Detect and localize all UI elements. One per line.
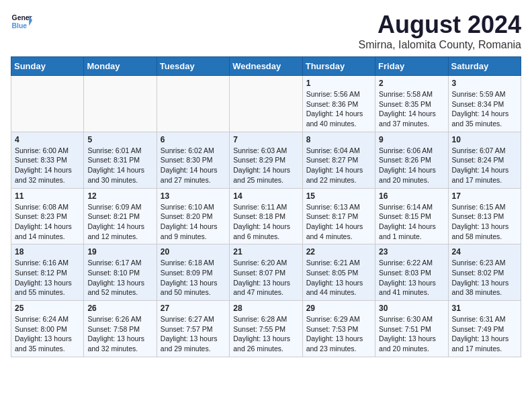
day-number: 30 <box>379 304 444 313</box>
day-number: 27 <box>161 304 226 313</box>
calendar-cell: 1Sunrise: 5:56 AM Sunset: 8:36 PM Daylig… <box>302 76 375 132</box>
weekday-header-saturday: Saturday <box>448 57 521 76</box>
calendar-table: SundayMondayTuesdayWednesdayThursdayFrid… <box>11 56 521 357</box>
month-year: August 2024 <box>359 11 521 39</box>
cell-content: Sunrise: 6:27 AM Sunset: 7:57 PM Dayligh… <box>161 314 226 354</box>
day-number: 2 <box>379 79 444 88</box>
cell-content: Sunrise: 6:21 AM Sunset: 8:05 PM Dayligh… <box>306 258 371 298</box>
weekday-header-thursday: Thursday <box>302 57 375 76</box>
calendar-cell: 28Sunrise: 6:28 AM Sunset: 7:55 PM Dayli… <box>230 301 302 357</box>
day-number: 26 <box>87 304 152 313</box>
logo: General Blue <box>11 11 32 32</box>
calendar-cell: 19Sunrise: 6:17 AM Sunset: 8:10 PM Dayli… <box>84 244 157 301</box>
cell-content: Sunrise: 6:24 AM Sunset: 8:00 PM Dayligh… <box>15 314 80 354</box>
cell-content: Sunrise: 6:00 AM Sunset: 8:33 PM Dayligh… <box>15 146 80 185</box>
weekday-header-friday: Friday <box>375 57 448 76</box>
calendar-cell: 27Sunrise: 6:27 AM Sunset: 7:57 PM Dayli… <box>157 301 229 357</box>
day-number: 25 <box>15 304 80 313</box>
calendar-cell: 17Sunrise: 6:15 AM Sunset: 8:13 PM Dayli… <box>448 188 521 244</box>
day-number: 18 <box>15 247 80 257</box>
calendar-cell: 7Sunrise: 6:03 AM Sunset: 8:29 PM Daylig… <box>230 132 302 188</box>
day-number: 11 <box>15 191 80 201</box>
day-number: 22 <box>306 247 371 257</box>
day-number: 19 <box>87 247 152 257</box>
calendar-cell: 30Sunrise: 6:30 AM Sunset: 7:51 PM Dayli… <box>375 301 448 357</box>
calendar-cell: 13Sunrise: 6:10 AM Sunset: 8:20 PM Dayli… <box>157 188 229 244</box>
day-number: 17 <box>452 191 517 201</box>
cell-content: Sunrise: 6:20 AM Sunset: 8:07 PM Dayligh… <box>233 258 298 298</box>
logo-icon: General Blue <box>11 11 32 32</box>
day-number: 12 <box>87 191 152 201</box>
calendar-cell: 20Sunrise: 6:18 AM Sunset: 8:09 PM Dayli… <box>157 244 229 301</box>
cell-content: Sunrise: 6:08 AM Sunset: 8:23 PM Dayligh… <box>15 202 80 242</box>
calendar-cell: 10Sunrise: 6:07 AM Sunset: 8:24 PM Dayli… <box>448 132 521 188</box>
cell-content: Sunrise: 6:23 AM Sunset: 8:02 PM Dayligh… <box>452 258 517 298</box>
day-number: 1 <box>306 79 371 88</box>
calendar-cell: 29Sunrise: 6:29 AM Sunset: 7:53 PM Dayli… <box>302 301 375 357</box>
weekday-header-tuesday: Tuesday <box>157 57 229 76</box>
cell-content: Sunrise: 6:22 AM Sunset: 8:03 PM Dayligh… <box>379 258 444 298</box>
cell-content: Sunrise: 6:28 AM Sunset: 7:55 PM Dayligh… <box>233 314 298 354</box>
day-number: 20 <box>161 247 226 257</box>
calendar-cell: 4Sunrise: 6:00 AM Sunset: 8:33 PM Daylig… <box>11 132 84 188</box>
calendar-cell <box>84 76 157 132</box>
calendar-cell: 31Sunrise: 6:31 AM Sunset: 7:49 PM Dayli… <box>448 301 521 357</box>
header: General Blue August 2024 Smirna, Ialomit… <box>11 11 521 51</box>
calendar-cell: 12Sunrise: 6:09 AM Sunset: 8:21 PM Dayli… <box>84 188 157 244</box>
day-number: 8 <box>306 135 371 144</box>
day-number: 28 <box>233 304 298 313</box>
cell-content: Sunrise: 6:02 AM Sunset: 8:30 PM Dayligh… <box>161 146 226 185</box>
calendar-cell: 21Sunrise: 6:20 AM Sunset: 8:07 PM Dayli… <box>230 244 302 301</box>
calendar-cell: 2Sunrise: 5:58 AM Sunset: 8:35 PM Daylig… <box>375 76 448 132</box>
calendar-cell: 8Sunrise: 6:04 AM Sunset: 8:27 PM Daylig… <box>302 132 375 188</box>
day-number: 9 <box>379 135 444 144</box>
calendar-cell: 5Sunrise: 6:01 AM Sunset: 8:31 PM Daylig… <box>84 132 157 188</box>
calendar-cell: 16Sunrise: 6:14 AM Sunset: 8:15 PM Dayli… <box>375 188 448 244</box>
calendar-cell: 11Sunrise: 6:08 AM Sunset: 8:23 PM Dayli… <box>11 188 84 244</box>
cell-content: Sunrise: 6:26 AM Sunset: 7:58 PM Dayligh… <box>87 314 152 354</box>
cell-content: Sunrise: 6:31 AM Sunset: 7:49 PM Dayligh… <box>452 314 517 354</box>
cell-content: Sunrise: 6:18 AM Sunset: 8:09 PM Dayligh… <box>161 258 226 298</box>
day-number: 31 <box>452 304 517 313</box>
cell-content: Sunrise: 6:14 AM Sunset: 8:15 PM Dayligh… <box>379 202 444 242</box>
cell-content: Sunrise: 6:15 AM Sunset: 8:13 PM Dayligh… <box>452 202 517 242</box>
cell-content: Sunrise: 6:13 AM Sunset: 8:17 PM Dayligh… <box>306 202 371 242</box>
calendar-cell <box>230 76 302 132</box>
cell-content: Sunrise: 6:06 AM Sunset: 8:26 PM Dayligh… <box>379 146 444 185</box>
cell-content: Sunrise: 6:16 AM Sunset: 8:12 PM Dayligh… <box>15 258 80 298</box>
cell-content: Sunrise: 6:04 AM Sunset: 8:27 PM Dayligh… <box>306 146 371 185</box>
day-number: 3 <box>452 79 517 88</box>
cell-content: Sunrise: 6:10 AM Sunset: 8:20 PM Dayligh… <box>161 202 226 242</box>
calendar-cell: 9Sunrise: 6:06 AM Sunset: 8:26 PM Daylig… <box>375 132 448 188</box>
calendar-cell: 25Sunrise: 6:24 AM Sunset: 8:00 PM Dayli… <box>11 301 84 357</box>
calendar-cell: 15Sunrise: 6:13 AM Sunset: 8:17 PM Dayli… <box>302 188 375 244</box>
calendar-cell: 3Sunrise: 5:59 AM Sunset: 8:34 PM Daylig… <box>448 76 521 132</box>
calendar-cell: 18Sunrise: 6:16 AM Sunset: 8:12 PM Dayli… <box>11 244 84 301</box>
calendar-cell <box>157 76 229 132</box>
day-number: 29 <box>306 304 371 313</box>
calendar-cell: 26Sunrise: 6:26 AM Sunset: 7:58 PM Dayli… <box>84 301 157 357</box>
day-number: 24 <box>452 247 517 257</box>
cell-content: Sunrise: 6:11 AM Sunset: 8:18 PM Dayligh… <box>233 202 298 242</box>
day-number: 5 <box>87 135 152 144</box>
cell-content: Sunrise: 6:29 AM Sunset: 7:53 PM Dayligh… <box>306 314 371 354</box>
calendar-cell: 22Sunrise: 6:21 AM Sunset: 8:05 PM Dayli… <box>302 244 375 301</box>
day-number: 15 <box>306 191 371 201</box>
weekday-header-monday: Monday <box>84 57 157 76</box>
calendar-cell <box>11 76 84 132</box>
day-number: 21 <box>233 247 298 257</box>
cell-content: Sunrise: 5:58 AM Sunset: 8:35 PM Dayligh… <box>379 89 444 129</box>
calendar-cell: 23Sunrise: 6:22 AM Sunset: 8:03 PM Dayli… <box>375 244 448 301</box>
day-number: 6 <box>161 135 226 144</box>
weekday-header-sunday: Sunday <box>11 57 84 76</box>
cell-content: Sunrise: 6:01 AM Sunset: 8:31 PM Dayligh… <box>87 146 152 185</box>
day-number: 7 <box>233 135 298 144</box>
cell-content: Sunrise: 6:09 AM Sunset: 8:21 PM Dayligh… <box>87 202 152 242</box>
cell-content: Sunrise: 6:07 AM Sunset: 8:24 PM Dayligh… <box>452 146 517 185</box>
calendar-cell: 14Sunrise: 6:11 AM Sunset: 8:18 PM Dayli… <box>230 188 302 244</box>
cell-content: Sunrise: 5:56 AM Sunset: 8:36 PM Dayligh… <box>306 89 371 129</box>
day-number: 13 <box>161 191 226 201</box>
day-number: 14 <box>233 191 298 201</box>
cell-content: Sunrise: 6:17 AM Sunset: 8:10 PM Dayligh… <box>87 258 152 298</box>
cell-content: Sunrise: 6:03 AM Sunset: 8:29 PM Dayligh… <box>233 146 298 185</box>
